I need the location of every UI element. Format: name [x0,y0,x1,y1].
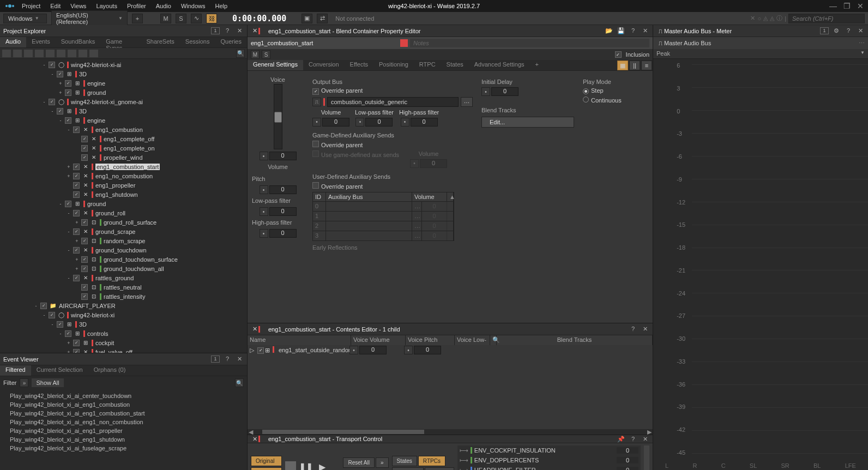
rtpc-value[interactable]: 0 [617,467,638,470]
view-split-button[interactable]: || [629,61,640,70]
expand-icon[interactable]: - [65,229,72,234]
mute-button[interactable]: M [160,14,171,23]
include-checkbox[interactable]: ✓ [49,312,55,318]
tree-tool-9[interactable] [89,50,98,57]
tab-game-syncs[interactable]: Game Syncs [100,37,141,47]
tree-item[interactable]: ✓✕eng1_complete_on [0,143,247,153]
event-row[interactable]: Play_wing42_bleriot_xi_ai_eng1_non_combu… [0,418,247,426]
color-swatch[interactable] [400,39,408,47]
hpf-value[interactable]: 0 [269,229,297,238]
include-checkbox[interactable]: ✓ [81,284,88,291]
expand-icon[interactable]: - [65,210,72,216]
pin-icon[interactable]: 📌 [617,436,625,443]
event-search-icon[interactable]: 🔍 [235,378,244,387]
include-checkbox[interactable]: ✓ [81,136,88,142]
tree-item[interactable]: +✓⊞cockpit [0,338,247,347]
tree-tool-7[interactable] [68,50,76,57]
playmode-step-radio[interactable] [583,88,589,94]
event-row[interactable]: Play_wing42_bleriot_xi_ai_eng1_combustio… [0,400,247,409]
reset-expand-button[interactable]: » [376,457,389,468]
rtpcs-button[interactable]: RTPCs [418,456,445,466]
rtpc-row[interactable]: ⟼HEADPHONE_FILTER0 [457,465,641,470]
close-panel-icon[interactable]: ✕ [641,436,649,443]
volume-step-icon[interactable]: • [260,152,268,160]
aux-row[interactable]: 0…0 [313,201,454,211]
include-checkbox[interactable]: ✓ [65,117,71,124]
include-checkbox[interactable]: ✓ [49,62,55,68]
tree-item[interactable]: +✓⊞ground [0,88,247,97]
rtpc-scrollbar[interactable] [644,445,649,470]
play-icon[interactable]: ▷ [250,347,254,353]
aux-row[interactable]: 1…0 [313,211,454,221]
rtpc-row[interactable]: ⟼ENV_COCKPIT_INSULATION0 [457,445,641,455]
settings-icon[interactable]: ⚙ [832,27,841,34]
expand-icon[interactable]: + [57,81,64,86]
help-icon[interactable]: ? [844,27,853,34]
close-panel-icon[interactable]: ✕ [235,355,244,363]
include-checkbox[interactable]: ✓ [81,154,88,161]
include-checkbox[interactable]: ✓ [40,303,47,309]
expand-icon[interactable]: - [41,62,47,68]
include-checkbox[interactable]: ✓ [49,99,55,105]
event-row[interactable]: Play_wing42_bleriot_xi_ai_eng1_shutdown [0,435,247,444]
tab-queries[interactable]: Queries [215,37,247,47]
include-checkbox[interactable]: ✓ [81,145,88,152]
override-parent-checkbox[interactable] [312,88,319,95]
help-icon[interactable]: ? [629,27,637,34]
lpf-step-icon[interactable]: • [260,207,268,216]
bus-lpf-value[interactable]: 0 [365,118,393,126]
close-panel-icon[interactable]: ✕ [641,326,649,333]
original-button[interactable]: Original [251,456,282,466]
include-checkbox[interactable]: ✓ [65,201,71,207]
lpf-value[interactable]: 0 [269,207,297,216]
tree-item[interactable]: -✓⊞3D [0,106,247,116]
save-icon[interactable]: 💾 [617,27,625,34]
include-checkbox[interactable]: ✓ [57,321,63,328]
tree-item[interactable]: -✓✕ground_scrape [0,227,247,236]
aux-row[interactable]: 2…0 [313,221,454,231]
row-name[interactable]: eng1_start_outside_random [276,347,347,353]
expand-icon[interactable]: - [57,201,64,207]
expand-icon[interactable]: + [74,257,80,262]
include-checkbox[interactable]: ✓ [73,126,80,133]
delay-value[interactable]: 0 [491,87,519,96]
prop-tab-states[interactable]: States [441,60,469,70]
event-row[interactable]: Play_wing42_bleriot_xi_ai_eng1_combustio… [0,409,247,418]
event-row[interactable]: Play_wing42_bleriot_xi_ai_fuselage_scrap… [0,444,247,453]
object-name-input[interactable] [251,40,398,46]
include-checkbox[interactable]: ✓ [81,219,88,226]
playmode-cont-radio[interactable] [583,97,589,103]
menu-project[interactable]: Project [22,3,40,9]
tree-item[interactable]: -✓◯wing42-bleriot-xi [0,310,247,320]
expand-icon[interactable]: - [49,322,56,327]
output-bus-name[interactable]: combustion_outside_generic [327,97,459,107]
expand-icon[interactable]: + [74,266,80,272]
play-button[interactable]: ▶ [316,460,329,470]
col-search-icon[interactable]: 🔍 [490,335,497,345]
include-checkbox[interactable]: ✓ [73,173,80,179]
panel-num-icon[interactable]: 1 [820,27,829,34]
expand-icon[interactable]: - [65,127,72,132]
reset-all-button[interactable]: Reset All [343,457,374,468]
bus-vol-value[interactable]: 0 [322,118,349,126]
include-checkbox[interactable]: ✓ [73,340,80,346]
include-checkbox[interactable]: ✓ [57,108,63,115]
panel-num-icon[interactable]: 1 [211,355,220,363]
include-checkbox[interactable]: ✓ [81,266,88,272]
aux-row[interactable]: 3…0 [313,231,454,240]
contents-body[interactable]: ▷ ⊞ eng1_start_outside_random •0 •0 [248,345,653,429]
tree-item[interactable]: +✓✕eng1_no_combustion [0,171,247,180]
expand-icon[interactable]: - [65,248,72,253]
tree-item[interactable]: +✓✕eng1_combustion_start [0,162,247,171]
contents-row[interactable]: ▷ ⊞ eng1_start_outside_random •0 •0 [248,345,653,355]
row-vol[interactable]: 0 [359,346,387,354]
tree-tool-4[interactable] [35,50,44,57]
tree-item[interactable]: -✓⊞controls [0,329,247,338]
pitch-step-icon[interactable]: • [260,185,268,194]
tree-tool-3[interactable] [24,50,33,57]
inc-only-button[interactable]: Inc. Only [251,467,282,470]
tree-item[interactable]: -✓✕rattles_ground [0,273,247,282]
tree-item[interactable]: +✓⊡ground_roll_surface [0,218,247,227]
include-checkbox[interactable]: ✓ [73,182,80,189]
include-checkbox[interactable]: ✓ [65,80,71,87]
